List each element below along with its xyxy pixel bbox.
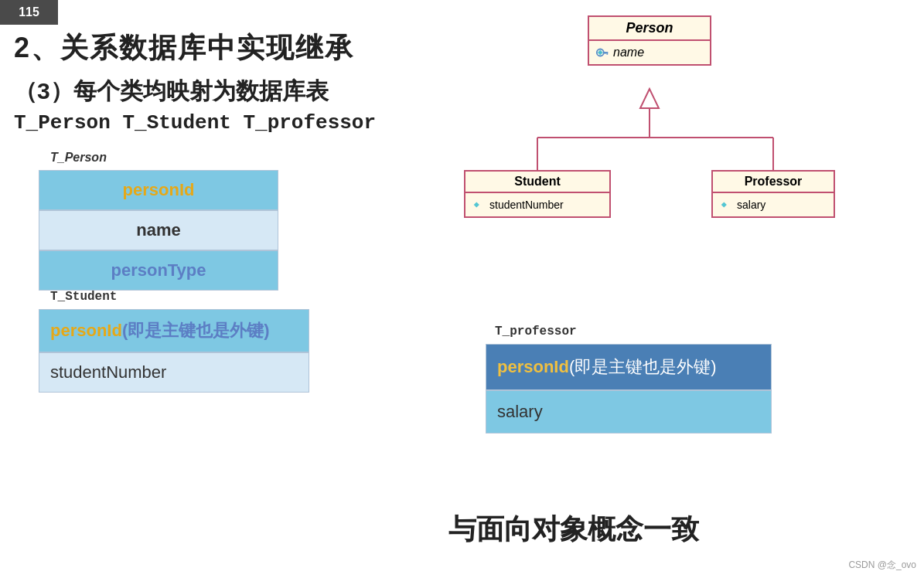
t-person-label: T_Person	[50, 151, 107, 165]
svg-rect-8	[606, 52, 608, 55]
watermark: CSDN @念_ovo	[848, 559, 916, 572]
uml-student-box: Student studentNumber	[464, 170, 611, 218]
uml-professor-attr: salary	[713, 193, 834, 216]
svg-rect-9	[605, 52, 606, 54]
main-title: 2、关系数据库中实现继承	[14, 29, 354, 67]
person-key-icon	[595, 46, 609, 60]
uml-student-attr: studentNumber	[465, 193, 609, 216]
tables-label: T_Person T_Student T_professor	[14, 111, 376, 134]
t-person-row-name: name	[39, 210, 278, 250]
t-student-table: personId(即是主键也是外键) studentNumber	[39, 309, 309, 393]
svg-marker-11	[474, 202, 479, 207]
subtitle: （3）每个类均映射为数据库表	[14, 76, 329, 107]
svg-marker-0	[640, 89, 659, 108]
t-student-row-num: studentNumber	[39, 352, 309, 393]
uml-professor-salary: salary	[737, 199, 765, 211]
uml-person-attr: name	[589, 41, 710, 64]
t-student-row-pk: personId(即是主键也是外键)	[39, 309, 309, 352]
uml-diagram: Person name Student studentNumber Profes	[441, 8, 889, 309]
uml-person-name: name	[613, 46, 644, 60]
slide-number-bar: 115	[0, 0, 58, 25]
uml-professor-box: Professor salary	[711, 170, 835, 218]
t-professor-row-pk: personId(即是主键也是外键)	[486, 344, 772, 390]
svg-marker-10	[598, 49, 603, 55]
bottom-text: 与面向对象概念一致	[448, 511, 699, 549]
t-student-pk-blue: (即是主键也是外键)	[122, 321, 270, 340]
t-professor-table: personId(即是主键也是外键) salary	[486, 344, 772, 434]
uml-student-title: Student	[465, 172, 609, 193]
t-student-pk-yellow: personId	[50, 321, 122, 340]
t-person-row-persontype: personType	[39, 250, 278, 291]
t-professor-pk-yellow: personId	[497, 357, 569, 376]
student-key-icon	[472, 198, 486, 212]
t-person-table: personId name personType	[39, 170, 278, 291]
professor-key-icon	[719, 198, 733, 212]
uml-person-box: Person name	[588, 15, 711, 66]
uml-professor-title: Professor	[713, 172, 834, 193]
uml-student-num: studentNumber	[489, 199, 564, 211]
t-student-label: T_Student	[50, 290, 117, 304]
t-professor-pk-white: (即是主键也是外键)	[569, 357, 717, 376]
uml-person-title: Person	[589, 17, 710, 41]
t-professor-label: T_professor	[495, 325, 577, 338]
t-professor-row-salary: salary	[486, 390, 772, 434]
t-person-row-personid: personId	[39, 170, 278, 210]
svg-marker-12	[721, 202, 727, 207]
slide-number: 115	[19, 5, 39, 19]
